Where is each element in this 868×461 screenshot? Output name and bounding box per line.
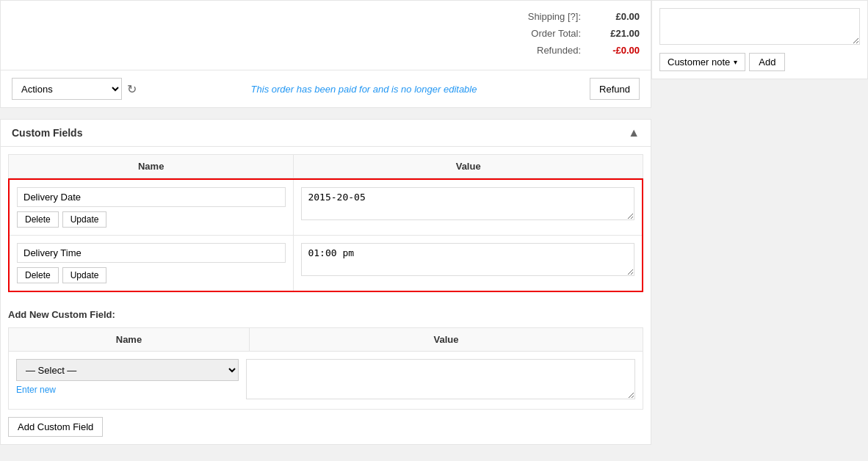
delivery-time-btn-group: Delete Update bbox=[17, 267, 286, 283]
actions-select[interactable]: Actions bbox=[12, 78, 122, 100]
add-new-name-col: — Select — Enter new bbox=[16, 359, 239, 395]
customer-note-textarea[interactable] bbox=[659, 8, 860, 45]
delivery-time-delete-button[interactable]: Delete bbox=[17, 267, 59, 283]
delivery-date-name-cell: Delete Update bbox=[10, 180, 294, 235]
add-new-table: Name Value — Select — Enter new bbox=[8, 327, 643, 410]
add-new-label: Add New Custom Field: bbox=[1, 303, 651, 324]
delivery-date-value-textarea[interactable]: 2015-20-05 bbox=[301, 187, 634, 220]
cf-value-header: Value bbox=[294, 155, 643, 178]
delivery-time-name-cell: Delete Update bbox=[10, 236, 294, 291]
add-new-name-header: Name bbox=[9, 328, 250, 351]
delivery-date-delete-button[interactable]: Delete bbox=[17, 211, 59, 228]
table-row: Delete Update 2015-20-05 bbox=[10, 180, 642, 236]
delivery-time-value-textarea[interactable]: 01:00 pm bbox=[301, 243, 634, 276]
add-new-value-col bbox=[246, 359, 635, 402]
delivery-time-name-input[interactable] bbox=[17, 243, 286, 263]
refund-button[interactable]: Refund bbox=[590, 78, 640, 100]
add-new-select[interactable]: — Select — bbox=[16, 359, 239, 381]
cf-header-row: Name Value bbox=[8, 154, 643, 178]
add-new-body: — Select — Enter new bbox=[9, 352, 643, 409]
delivery-date-name-input[interactable] bbox=[17, 187, 286, 207]
actions-wrapper: Actions ↻ bbox=[12, 78, 138, 100]
add-new-header: Name Value bbox=[9, 328, 643, 352]
section-header: Custom Fields ▲ bbox=[1, 120, 651, 147]
paid-notice: This order has been paid for and is no l… bbox=[145, 84, 582, 95]
enter-new-link[interactable]: Enter new bbox=[16, 385, 239, 395]
refunded-label: Refunded: bbox=[537, 45, 581, 56]
delivery-time-update-button[interactable]: Update bbox=[62, 267, 107, 283]
sidebar-panel: Customer note ▾ Add bbox=[651, 0, 868, 461]
customer-note-label: Customer note bbox=[668, 57, 730, 68]
shipping-value: £0.00 bbox=[596, 11, 640, 22]
add-new-value-header: Value bbox=[250, 328, 643, 351]
delivery-date-update-button[interactable]: Update bbox=[62, 211, 107, 228]
cf-table-wrapper: Name Value Delete Update bbox=[1, 147, 651, 303]
order-total-label: Order Total: bbox=[531, 28, 581, 39]
custom-fields-section: Custom Fields ▲ Name Value D bbox=[0, 119, 651, 445]
section-title: Custom Fields bbox=[12, 127, 82, 139]
add-custom-field-button[interactable]: Add Custom Field bbox=[8, 417, 103, 437]
cf-name-header: Name bbox=[9, 155, 294, 178]
add-note-button[interactable]: Add bbox=[749, 53, 785, 71]
add-new-value-textarea[interactable] bbox=[246, 359, 635, 399]
sidebar-note-box: Customer note ▾ Add bbox=[651, 0, 868, 79]
customer-note-dropdown-button[interactable]: Customer note ▾ bbox=[659, 53, 745, 71]
delivery-time-value-cell: 01:00 pm bbox=[294, 236, 642, 291]
chevron-down-icon: ▾ bbox=[734, 58, 737, 66]
delivery-date-value-cell: 2015-20-05 bbox=[294, 180, 642, 235]
order-total-value: £21.00 bbox=[596, 28, 640, 39]
collapse-button[interactable]: ▲ bbox=[628, 127, 640, 139]
table-row: Delete Update 01:00 pm bbox=[10, 236, 642, 291]
refunded-value: -£0.00 bbox=[596, 45, 640, 56]
highlighted-fields: Delete Update 2015-20-05 bbox=[8, 178, 643, 292]
shipping-label: Shipping [?]: bbox=[528, 11, 581, 22]
refresh-button[interactable]: ↻ bbox=[126, 81, 138, 98]
sidebar-note-controls: Customer note ▾ Add bbox=[659, 53, 860, 71]
delivery-date-btn-group: Delete Update bbox=[17, 211, 286, 228]
